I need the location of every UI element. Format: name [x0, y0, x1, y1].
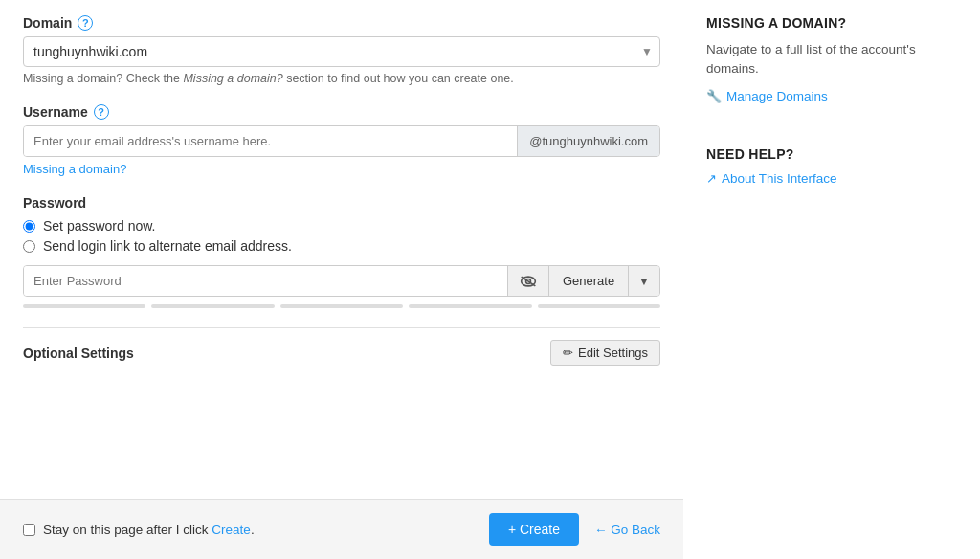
about-interface-label: About This Interface — [722, 171, 837, 186]
strength-bar-4 — [409, 304, 531, 308]
password-section: Password Set password now. Send login li… — [23, 195, 660, 308]
radio-send-link: Send login link to alternate email addre… — [23, 238, 660, 254]
optional-settings-bar: Optional Settings ✏ Edit Settings — [23, 327, 660, 377]
sidebar-need-help-heading: NEED HELP? — [706, 146, 957, 162]
domain-hint-italic: Missing a domain? — [183, 72, 282, 85]
username-domain-suffix: @tunghuynhwiki.com — [517, 126, 659, 156]
domain-label-text: Domain — [23, 15, 72, 31]
password-input-row: Generate ▼ — [23, 265, 660, 297]
wrench-icon: 🔧 — [706, 89, 722, 103]
sidebar: MISSING A DOMAIN? Navigate to a full lis… — [683, 0, 980, 559]
edit-settings-label: Edit Settings — [578, 346, 648, 360]
radio-set-password: Set password now. — [23, 218, 660, 234]
username-input[interactable] — [24, 126, 517, 156]
create-button[interactable]: + Create — [489, 513, 579, 546]
sidebar-missing-domain-heading: MISSING A DOMAIN? — [706, 15, 957, 31]
generate-dropdown-button[interactable]: ▼ — [628, 266, 659, 296]
manage-domains-link[interactable]: 🔧 Manage Domains — [706, 89, 957, 103]
strength-bar-1 — [23, 304, 145, 308]
sidebar-need-help-section: NEED HELP? ↗ About This Interface — [706, 146, 957, 205]
password-label: Password — [23, 195, 660, 211]
password-toggle-button[interactable] — [507, 266, 548, 296]
strength-bar-3 — [280, 304, 403, 308]
external-link-icon: ↗ — [706, 171, 717, 186]
username-label: Username ? — [23, 104, 660, 120]
password-strength-bars — [23, 304, 660, 308]
stay-on-page-checkbox[interactable] — [23, 524, 35, 536]
domain-hint: Missing a domain? Check the Missing a do… — [23, 72, 660, 85]
stay-on-page-row: Stay on this page after I click Create. — [23, 523, 255, 537]
sidebar-missing-domain-section: MISSING A DOMAIN? Navigate to a full lis… — [706, 15, 957, 123]
domain-select[interactable]: tunghuynhwiki.com — [23, 36, 660, 67]
sidebar-missing-domain-text: Navigate to a full list of the account's… — [706, 40, 957, 79]
domain-help-icon[interactable]: ? — [78, 15, 93, 31]
eye-slash-icon — [520, 275, 537, 288]
username-label-text: Username — [23, 104, 88, 120]
pencil-icon: ✏ — [563, 346, 573, 360]
username-help-icon[interactable]: ? — [94, 104, 109, 120]
edit-settings-button[interactable]: ✏ Edit Settings — [550, 340, 660, 366]
go-back-link[interactable]: ← Go Back — [594, 523, 660, 537]
stay-on-page-text: Stay on this page after I click Create. — [43, 523, 255, 537]
password-input[interactable] — [24, 266, 507, 296]
radio-set-password-label: Set password now. — [43, 218, 156, 234]
username-section: Username ? @tunghuynhwiki.com Missing a … — [23, 104, 660, 176]
bottom-actions: + Create ← Go Back — [489, 513, 660, 546]
domain-section: Domain ? tunghuynhwiki.com ▼ Missing a d… — [23, 15, 660, 85]
missing-domain-link[interactable]: Missing a domain? — [23, 162, 126, 176]
radio-send-link-label: Send login link to alternate email addre… — [43, 238, 292, 254]
strength-bar-5 — [538, 304, 660, 308]
bottom-bar: Stay on this page after I click Create. … — [0, 499, 683, 559]
generate-button[interactable]: Generate — [548, 266, 628, 296]
manage-domains-label: Manage Domains — [726, 89, 828, 103]
optional-settings-label: Optional Settings — [23, 346, 134, 361]
radio-set-password-input[interactable] — [23, 220, 35, 233]
create-link-in-text[interactable]: Create — [212, 523, 251, 537]
username-input-row: @tunghuynhwiki.com — [23, 125, 660, 157]
radio-send-link-input[interactable] — [23, 240, 35, 253]
strength-bar-2 — [151, 304, 274, 308]
domain-label: Domain ? — [23, 15, 660, 31]
about-interface-link[interactable]: ↗ About This Interface — [706, 171, 957, 186]
domain-select-wrapper: tunghuynhwiki.com ▼ — [23, 36, 660, 67]
